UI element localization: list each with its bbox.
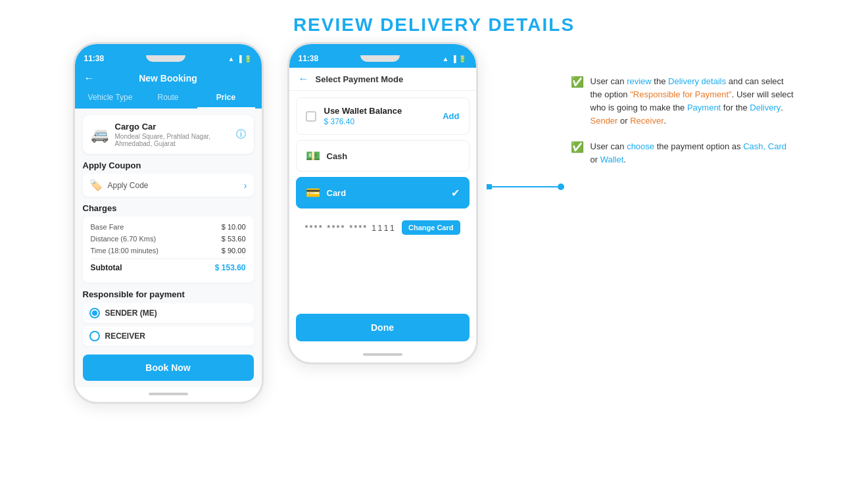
receiver-option[interactable]: RECEIVER	[83, 326, 254, 346]
tab-route[interactable]: Route	[139, 89, 197, 109]
charges-divider	[91, 258, 246, 259]
annotation1-delivery: Delivery details	[668, 76, 726, 86]
sender-radio[interactable]	[89, 308, 100, 318]
distance-row: Distance (6.70 Kms) $ 53.60	[91, 235, 246, 243]
phone1-status-bar: 11:38 ▲ ▐ 🔋	[75, 44, 262, 68]
annotation2-options: Cash, Card	[743, 141, 786, 151]
wifi2-icon: ▲	[442, 55, 448, 62]
cargo-card: 🚐 Cargo Car Mondeal Square, Prahlad Naga…	[83, 115, 254, 154]
sender-label: SENDER (ME)	[105, 308, 157, 318]
connector-line-area	[487, 184, 564, 190]
charges-section-label: Charges	[83, 203, 254, 213]
annotation1-payment: Payment	[687, 103, 721, 112]
distance-label: Distance (6.70 Kms)	[91, 235, 157, 243]
apply-code-row[interactable]: 🏷️ Apply Code ›	[83, 174, 254, 197]
annotation1-delivery2: Delivery	[750, 103, 781, 112]
cargo-address: Mondeal Square, Prahlad Nagar,Ahmedabad,…	[115, 133, 211, 147]
phone2-header-title: Select Payment Mode	[316, 74, 404, 84]
annotation2-choose: choose	[627, 141, 654, 151]
phone2-status-bar: 11:38 ▲ ▐ 🔋	[289, 44, 476, 68]
phone1-header: ← New Booking	[75, 68, 262, 89]
connector-line	[492, 186, 558, 187]
time-label: Time (18:00 minutes)	[91, 247, 159, 255]
done-button[interactable]: Done	[296, 314, 470, 341]
tab-price[interactable]: Price	[197, 89, 255, 109]
annotation1-receiver: Receiver	[630, 116, 663, 126]
annotation1-responsible: "Responsible for Payment"	[630, 89, 731, 99]
phone1-mockup: 11:38 ▲ ▐ 🔋 ← New Booking Vehicle Type R…	[73, 42, 264, 404]
phone2-icons: ▲ ▐ 🔋	[442, 55, 466, 62]
sender-option[interactable]: SENDER (ME)	[83, 303, 254, 323]
base-fare-value: $ 10.00	[222, 223, 246, 231]
phone2-back-button[interactable]: ←	[299, 73, 309, 85]
wallet-title: Use Wallet Balance	[324, 106, 443, 116]
phone1-icons: ▲ ▐ 🔋	[228, 55, 252, 62]
info-icon[interactable]: ⓘ	[236, 128, 246, 141]
wallet-row[interactable]: Use Wallet Balance $ 376.40 Add	[296, 97, 470, 135]
annotation1-check-icon: ✅	[571, 76, 584, 88]
coupon-section-label: Apply Coupon	[83, 160, 254, 170]
phone1-header-title: New Booking	[139, 73, 197, 84]
responsible-section-label: Responsible for payment	[83, 289, 254, 299]
connector-dot-left	[487, 184, 492, 189]
annotation1-sender: Sender	[591, 116, 618, 126]
connector-wrapper	[487, 42, 564, 190]
phone2-mockup: 11:38 ▲ ▐ 🔋 ← Select Payment Mode Use Wa…	[287, 42, 478, 364]
cash-label: Cash	[327, 151, 460, 161]
signal-icon: ▐	[237, 55, 241, 62]
phone1-back-button[interactable]: ←	[84, 72, 95, 84]
cargo-name: Cargo Car	[115, 122, 211, 132]
annotation2-wallet: Wallet	[600, 155, 624, 164]
wifi-icon: ▲	[228, 55, 234, 62]
change-card-button[interactable]: Change Card	[402, 220, 460, 235]
cash-option[interactable]: 💵 Cash	[296, 140, 470, 172]
card-label: Card	[327, 188, 451, 198]
base-fare-row: Base Fare $ 10.00	[91, 223, 246, 231]
wallet-checkbox[interactable]	[306, 111, 316, 122]
annotation1-review: review	[627, 76, 652, 86]
apply-code-arrow: ›	[244, 180, 247, 191]
card-icon: 💳	[306, 185, 320, 200]
annotation-2: ✅ User can choose the payment option as …	[571, 140, 794, 166]
phone1-time: 11:38	[84, 54, 105, 63]
cash-icon: 💵	[306, 149, 320, 163]
time-row: Time (18:00 minutes) $ 90.00	[91, 247, 246, 255]
annotation1-text: User can review the Delivery details and…	[591, 75, 794, 128]
annotation2-check-icon: ✅	[571, 141, 584, 153]
spacer	[289, 241, 476, 307]
card-option[interactable]: 💳 Card ✔	[296, 177, 470, 208]
phone2-home-bar	[363, 353, 402, 356]
phone1-body: 🚐 Cargo Car Mondeal Square, Prahlad Naga…	[75, 109, 262, 387]
phone2-notch	[360, 55, 400, 62]
cargo-icon: 🚐	[91, 126, 108, 143]
check-icon: ✔	[451, 187, 460, 199]
receiver-radio[interactable]	[89, 331, 100, 341]
wallet-add-button[interactable]: Add	[443, 111, 459, 121]
book-now-button[interactable]: Book Now	[83, 355, 254, 381]
annotations-area: ✅ User can review the Delivery details a…	[564, 42, 808, 178]
connector-dot-right	[558, 184, 564, 190]
annotation-1: ✅ User can review the Delivery details a…	[571, 75, 794, 128]
phone1-tabs: Vehicle Type Route Price	[75, 89, 262, 109]
time-value: $ 90.00	[222, 247, 246, 255]
phone1-home-bar	[149, 393, 188, 395]
phone1-notch	[146, 55, 185, 62]
subtotal-label: Subtotal	[91, 263, 122, 272]
base-fare-label: Base Fare	[91, 223, 124, 231]
subtotal-row: Subtotal $ 153.60	[91, 263, 246, 272]
phone2-time: 11:38	[299, 54, 319, 63]
coupon-icon: 🏷️	[89, 179, 103, 191]
payment-options-list: 💵 Cash 💳 Card ✔	[289, 140, 476, 208]
signal2-icon: ▐	[451, 55, 456, 62]
annotation2-text: User can choose the payment option as Ca…	[591, 140, 794, 166]
apply-code-text: Apply Code	[108, 181, 244, 190]
battery2-icon: 🔋	[458, 55, 466, 62]
card-number-row: **** **** **** 1111 Change Card	[296, 214, 470, 241]
cargo-info: Cargo Car Mondeal Square, Prahlad Nagar,…	[115, 122, 211, 147]
tab-vehicle-type[interactable]: Vehicle Type	[82, 89, 139, 109]
receiver-label: RECEIVER	[105, 331, 145, 341]
page-title: REVIEW DELIVERY DETAILS	[293, 14, 575, 36]
distance-value: $ 53.60	[222, 235, 246, 243]
wallet-amount: $ 376.40	[324, 117, 443, 126]
card-number-text: **** **** **** 1111	[305, 223, 402, 233]
